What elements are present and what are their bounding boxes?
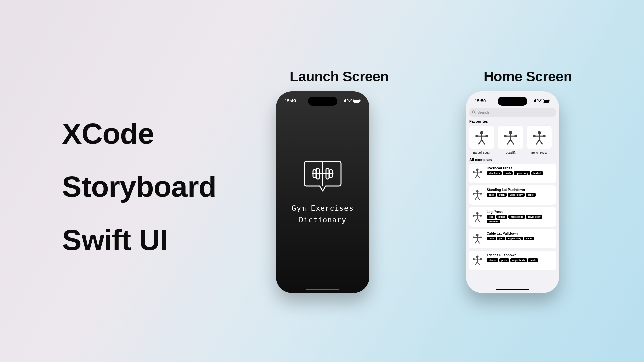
svg-line-24 — [511, 140, 514, 144]
exercise-card[interactable]: Triceps Pushdowntricepspushupper bodycab… — [469, 251, 556, 270]
exercise-tag: cable — [526, 193, 536, 197]
favourites-title: Favourites — [469, 119, 556, 123]
tech-item: Storyboard — [62, 160, 216, 213]
search-placeholder: Search — [477, 110, 489, 114]
svg-line-30 — [536, 140, 539, 144]
exercise-tag: push — [503, 171, 513, 175]
launch-screen-label: Launch Screen — [290, 69, 389, 85]
favourite-label: Bench Press — [531, 151, 547, 154]
exercise-name: Standing Lat Pushdown — [487, 188, 553, 192]
exercise-tag: upper body — [506, 237, 523, 240]
svg-point-19 — [475, 135, 478, 138]
exercise-tag: legs — [487, 215, 495, 219]
exercise-thumb-icon — [471, 210, 484, 223]
exercise-tag: push — [497, 193, 507, 197]
svg-line-59 — [477, 240, 479, 243]
svg-point-62 — [480, 237, 482, 238]
exercise-tag: back — [487, 193, 496, 197]
svg-line-51 — [475, 218, 477, 221]
exercise-name: Triceps Pushdown — [487, 253, 553, 257]
svg-point-69 — [480, 258, 482, 260]
exercise-tag: barbell — [531, 171, 543, 175]
exercise-thumb-icon — [471, 253, 484, 267]
exercise-card[interactable]: Cable Lat Pulldownbackpullupper bodycabl… — [469, 229, 556, 248]
svg-line-38 — [477, 175, 479, 178]
exercise-card[interactable]: Standing Lat Pushdownbackpushupper bodyc… — [469, 185, 556, 205]
home-content: Search Favourites Barbell SquatDeadliftB… — [466, 108, 559, 293]
svg-rect-11 — [550, 100, 550, 101]
status-time: 15:50 — [475, 98, 486, 103]
home-phone: 15:50 Search Favourites Barbell SquatDea… — [466, 91, 559, 293]
svg-point-61 — [473, 237, 475, 238]
svg-line-65 — [475, 262, 477, 265]
tag-row: shoulderspushupper bodybarbell — [487, 171, 553, 175]
svg-line-17 — [482, 140, 485, 144]
favourite-label: Deadlift — [506, 151, 516, 154]
exercise-card[interactable]: Leg Presslegsgluteshamstringslower bodym… — [469, 207, 556, 227]
notch — [498, 97, 527, 106]
exercise-list: Overhead Pressshoulderspushupper bodybar… — [469, 164, 556, 270]
notch — [308, 97, 337, 106]
svg-line-58 — [475, 240, 477, 243]
svg-point-33 — [533, 135, 536, 138]
svg-point-68 — [473, 258, 475, 260]
home-indicator — [306, 289, 339, 290]
home-indicator — [496, 289, 529, 290]
exercise-card[interactable]: Overhead Pressshoulderspushupper bodybar… — [469, 164, 556, 183]
home-screen-label: Home Screen — [484, 69, 572, 85]
all-exercises-title: All exercises — [469, 158, 556, 162]
svg-line-23 — [507, 140, 511, 144]
exercise-tag: upper body — [508, 193, 525, 197]
svg-point-27 — [514, 135, 517, 138]
tech-item: Swift UI — [62, 214, 216, 266]
exercise-tag: triceps — [487, 258, 498, 262]
exercise-thumb-icon — [471, 166, 484, 180]
svg-point-54 — [473, 215, 475, 217]
tech-item: XCode — [62, 107, 216, 160]
svg-point-41 — [480, 171, 482, 173]
tech-list: XCode Storyboard Swift UI — [62, 107, 216, 266]
signal-icon — [532, 99, 536, 102]
svg-line-13 — [474, 113, 475, 114]
exercise-tag: upper body — [514, 171, 530, 175]
svg-line-37 — [475, 175, 477, 178]
exercise-tag: pull — [497, 237, 505, 240]
exercise-name: Cable Lat Pulldown — [487, 232, 553, 235]
launch-phone: 15:49 Gym Exercises Dictionary — [276, 91, 369, 293]
favourites-row: Barbell SquatDeadliftBench Press — [469, 125, 556, 154]
tag-row: tricepspushupper bodycable — [487, 258, 553, 262]
wifi-icon — [537, 99, 542, 102]
svg-point-55 — [480, 215, 482, 217]
exercise-tag: upper body — [510, 258, 527, 262]
exercise-tag: push — [499, 258, 509, 262]
search-icon — [472, 110, 476, 115]
svg-line-44 — [475, 196, 477, 199]
launch-content: Gym Exercises Dictionary — [276, 91, 369, 293]
favourite-card[interactable]: Barbell Squat — [469, 125, 495, 154]
exercise-tag: shoulders — [487, 171, 502, 175]
exercise-tag: machine — [487, 220, 500, 223]
exercise-thumb-icon — [471, 188, 484, 201]
svg-line-52 — [477, 218, 479, 221]
svg-line-45 — [477, 196, 479, 199]
tag-row: backpushupper bodycable — [487, 193, 553, 197]
exercise-tag: cable — [524, 237, 534, 240]
svg-rect-10 — [544, 100, 549, 102]
favourite-label: Barbell Squat — [473, 151, 490, 154]
app-title: Gym Exercises Dictionary — [291, 203, 354, 226]
exercise-name: Overhead Press — [487, 166, 553, 170]
app-logo-icon — [303, 159, 342, 193]
search-input[interactable]: Search — [469, 108, 556, 117]
exercise-thumb-icon — [498, 125, 523, 149]
favourite-card[interactable]: Deadlift — [497, 125, 524, 154]
svg-point-48 — [480, 193, 482, 195]
battery-icon — [543, 99, 550, 103]
exercise-thumb-icon — [469, 125, 494, 149]
favourite-card[interactable]: Bench Press — [526, 125, 552, 154]
exercise-tag: back — [487, 237, 496, 240]
exercise-name: Leg Press — [487, 210, 553, 214]
exercise-tag: cable — [528, 258, 538, 262]
svg-point-34 — [543, 135, 546, 138]
exercise-tag: glutes — [496, 215, 507, 219]
tag-row: legsgluteshamstringslower bodymachine — [487, 215, 553, 223]
